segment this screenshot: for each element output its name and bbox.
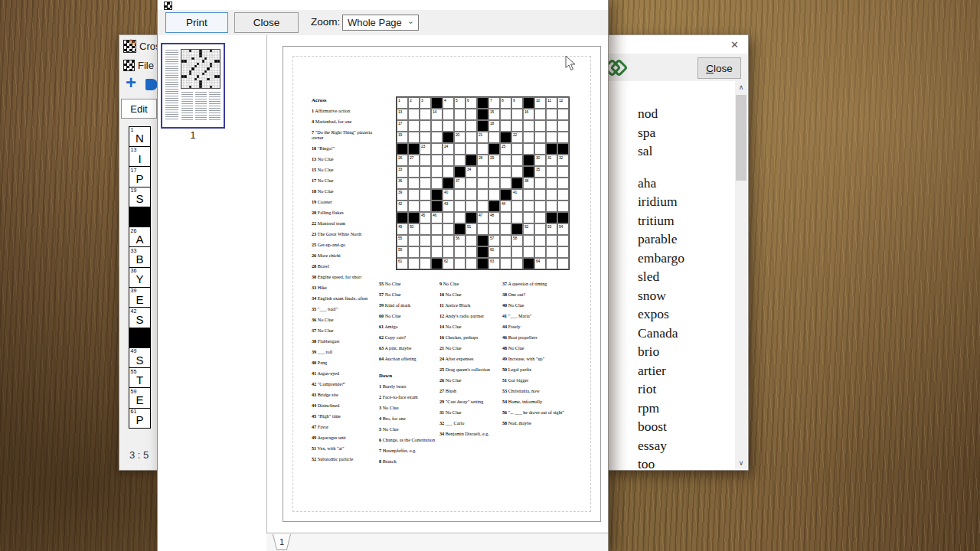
close-button[interactable]: Close: [697, 57, 741, 79]
clue-item: 36 No Clue: [312, 317, 374, 322]
preview-close-button[interactable]: Close: [234, 12, 299, 33]
grid-cell: 63: [488, 258, 500, 269]
editor-grid-cell[interactable]: [129, 207, 151, 228]
edit-button[interactable]: Edit: [121, 99, 157, 119]
grid-cell: [500, 155, 511, 166]
grid-cell: [466, 212, 477, 223]
word-item[interactable]: boost: [638, 417, 735, 436]
word-item[interactable]: Canada: [638, 324, 735, 343]
grid-cell: 13: [397, 109, 408, 120]
clue-item: 7 Hasenpfeffer, e.g.: [379, 448, 437, 453]
word-item[interactable]: tritium: [638, 211, 735, 230]
clue-item: 35 "___ bad!": [312, 306, 374, 311]
word-item[interactable]: too: [638, 455, 735, 469]
editor-grid-cell[interactable]: 36Y: [129, 267, 151, 289]
grid-cell: [477, 120, 488, 132]
add-button[interactable]: +: [126, 75, 136, 90]
grid-cell: [534, 212, 546, 223]
grid-cell: [500, 258, 511, 269]
grid-cell: [477, 223, 488, 235]
scrollbar[interactable]: ∧ ∨: [735, 81, 747, 469]
clue-item: 39 ___ roll: [312, 349, 374, 354]
editor-grid-cell[interactable]: 19S: [129, 187, 151, 208]
word-item[interactable]: riot: [638, 380, 735, 399]
thumbnail-text-lines: [195, 92, 207, 121]
clue-item: 16 Checker, perhaps: [439, 334, 499, 340]
word-item[interactable]: aha: [638, 174, 735, 193]
grid-cell: 9: [511, 97, 523, 109]
word-item[interactable]: parable: [638, 230, 735, 249]
word-item[interactable]: embargo: [638, 249, 735, 268]
grid-cell: [546, 258, 557, 269]
clue-item: 53 Christiania, now: [502, 388, 567, 393]
close-icon[interactable]: ✕: [730, 39, 739, 51]
page-tab-label: 1: [279, 537, 284, 546]
editor-grid-cell[interactable]: 26A: [129, 227, 151, 248]
grid-cell: [523, 189, 534, 201]
grid-cell: [500, 109, 511, 120]
grid-cell: [523, 155, 534, 166]
grid-cell: 15: [488, 109, 500, 120]
grid-cell: [546, 143, 557, 155]
editor-grid-cell[interactable]: 42S: [129, 307, 151, 328]
word-item[interactable]: brio: [638, 342, 735, 361]
word-item[interactable]: spa: [638, 123, 735, 142]
grid-cell: 17: [397, 120, 408, 132]
word-item[interactable]: rpm: [638, 399, 735, 418]
editor-grid-cell[interactable]: 59E: [129, 387, 151, 409]
word-item[interactable]: sled: [638, 267, 735, 286]
grid-cell: 55: [397, 235, 408, 246]
clue-item: 2 Face-to-face exam: [379, 394, 437, 399]
scroll-up-icon[interactable]: ∧: [735, 81, 747, 93]
tool-icon[interactable]: [145, 79, 158, 90]
editor-grid-cell[interactable]: 13I: [129, 146, 151, 168]
editor-grid-cell[interactable]: 33B: [129, 246, 151, 268]
word-item[interactable]: snow: [638, 286, 735, 305]
grid-cell: [431, 178, 443, 189]
grid-cell: [546, 212, 557, 223]
word-item[interactable]: artier: [638, 361, 735, 380]
grid-cell: [466, 235, 477, 246]
word-item[interactable]: expos: [638, 305, 735, 324]
page-thumbnail[interactable]: [161, 43, 225, 129]
grid-cell: [454, 201, 466, 212]
editor-grid-cell[interactable]: [129, 328, 151, 349]
clue-item: 31 No Clue: [439, 409, 499, 415]
file-menu[interactable]: File: [123, 60, 154, 71]
zoom-dropdown[interactable]: Whole Page ⌄: [342, 15, 419, 31]
grid-cell: 40: [443, 189, 454, 201]
grid-cell: [431, 155, 443, 166]
grid-cell: 23: [420, 143, 431, 155]
editor-grid-cell[interactable]: 61P: [129, 408, 151, 429]
print-preview-window: Print Close Zoom: Whole Page ⌄ 1: [157, 0, 609, 551]
grid-cell: [557, 212, 569, 223]
grid-cell: [420, 109, 431, 120]
grid-cell: [466, 120, 477, 132]
page-tab[interactable]: 1: [273, 534, 291, 550]
scrollbar-thumb[interactable]: [736, 95, 746, 181]
clue-item: 22 Montreal team: [312, 220, 374, 226]
clue-item: 41 "___ Maria": [502, 313, 567, 318]
editor-grid-cell[interactable]: 17P: [129, 166, 151, 187]
scroll-down-icon[interactable]: ∨: [735, 457, 747, 469]
grid-cell: [511, 223, 523, 235]
grid-cell: [397, 143, 408, 155]
word-item[interactable]: sal: [638, 142, 735, 161]
editor-grid-cell[interactable]: 55T: [129, 367, 151, 389]
clue-item: 24 After expenses: [439, 356, 499, 361]
word-item[interactable]: nod: [638, 104, 735, 123]
print-button[interactable]: Print: [165, 12, 228, 33]
crossword-editor-window: ✎ Cros File + Edit 1N13I17P19S26A33B36Y3…: [119, 34, 159, 471]
grid-cell: [523, 246, 534, 258]
clue-item: 51 Vex, with "at": [312, 445, 374, 451]
word-item[interactable]: iridium: [638, 192, 735, 211]
word-item[interactable]: essay: [638, 436, 735, 455]
editor-grid-cell[interactable]: 1N: [129, 126, 151, 148]
grid-cell: 6: [466, 97, 477, 109]
editor-grid-cell[interactable]: 39E: [129, 287, 151, 308]
grid-cell: [431, 143, 443, 155]
clue-item: 40 Pang: [312, 360, 374, 365]
grid-cell: [557, 246, 569, 258]
word-list-gap: [638, 161, 735, 174]
editor-grid-cell[interactable]: 49S: [129, 347, 151, 369]
